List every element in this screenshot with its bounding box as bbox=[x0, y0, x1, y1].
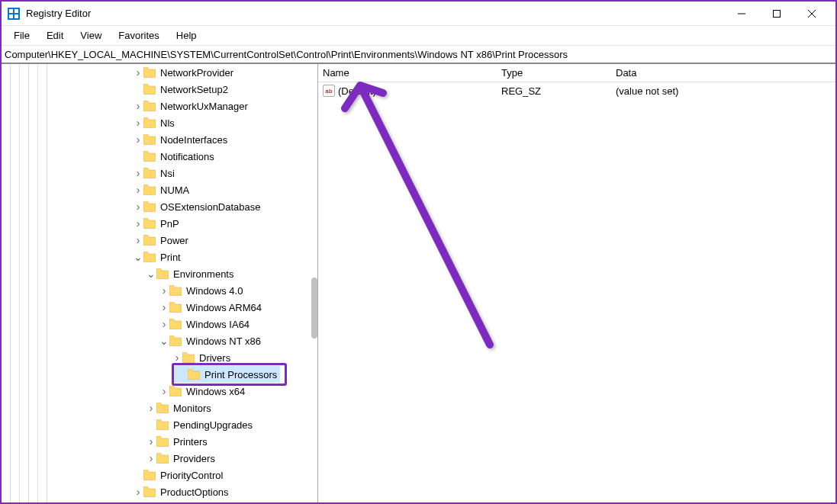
column-type[interactable]: Type bbox=[501, 67, 616, 79]
tree-label: Windows x64 bbox=[186, 386, 245, 397]
chevron-right-icon[interactable]: › bbox=[159, 318, 169, 330]
menu-file[interactable]: File bbox=[6, 28, 37, 43]
folder-icon bbox=[143, 117, 156, 128]
close-button[interactable] bbox=[794, 2, 829, 25]
folder-icon bbox=[169, 335, 182, 346]
tree-node-print[interactable]: ⌄Print bbox=[133, 249, 181, 265]
tree-node-print-processors[interactable]: Print Processors bbox=[174, 366, 280, 383]
tree-node-productoptions[interactable]: ›ProductOptions bbox=[133, 483, 229, 500]
chevron-right-icon[interactable]: › bbox=[159, 385, 169, 397]
chevron-right-icon[interactable]: › bbox=[133, 117, 143, 129]
menu-edit[interactable]: Edit bbox=[39, 28, 71, 43]
tree-node-numa[interactable]: ›NUMA bbox=[133, 181, 189, 198]
column-name[interactable]: Name bbox=[318, 67, 501, 79]
tree-label: Windows NT x86 bbox=[186, 335, 261, 347]
folder-icon bbox=[156, 419, 169, 430]
tree-node-windows-ia64[interactable]: ›Windows IA64 bbox=[159, 316, 249, 332]
tree-node-nls[interactable]: ›Nls bbox=[133, 114, 175, 131]
regedit-icon bbox=[8, 8, 20, 20]
chevron-right-icon[interactable]: › bbox=[159, 301, 169, 313]
tree-label: Windows 4.0 bbox=[186, 285, 243, 297]
chevron-right-icon[interactable]: › bbox=[133, 217, 143, 230]
svg-rect-1 bbox=[9, 9, 13, 13]
tree-node-monitors[interactable]: ›Monitors bbox=[146, 400, 211, 416]
tree-label: NetworkSetup2 bbox=[160, 84, 228, 95]
tree-node-windows-x64[interactable]: ›Windows x64 bbox=[159, 383, 245, 400]
tree-node-pendingupgrades[interactable]: PendingUpgrades bbox=[146, 416, 253, 433]
tree-label: Environments bbox=[173, 268, 233, 280]
folder-icon bbox=[169, 285, 182, 296]
tree-node-pnp[interactable]: ›PnP bbox=[133, 215, 179, 232]
menu-favorites[interactable]: Favorites bbox=[111, 28, 166, 43]
address-bar[interactable]: Computer\HKEY_LOCAL_MACHINE\SYSTEM\Curre… bbox=[2, 46, 835, 64]
tree-label: Power bbox=[160, 235, 188, 246]
tree-node-windows-nt-x86[interactable]: ⌄Windows NT x86 bbox=[159, 332, 261, 349]
value-row[interactable]: ab (Default) REG_SZ (value not set) bbox=[318, 82, 835, 99]
tree-node-power[interactable]: ›Power bbox=[133, 232, 188, 249]
details-pane: Name Type Data ab (Default) REG_SZ (valu… bbox=[318, 64, 835, 502]
value-type: REG_SZ bbox=[501, 85, 616, 97]
tree-node-nsi[interactable]: ›Nsi bbox=[133, 165, 175, 181]
minimize-button[interactable] bbox=[724, 2, 759, 25]
tree-node-osextensiondatabase[interactable]: ›OSExtensionDatabase bbox=[133, 198, 261, 215]
chevron-right-icon[interactable]: › bbox=[146, 402, 156, 414]
tree-label: OSExtensionDatabase bbox=[160, 201, 261, 213]
column-data[interactable]: Data bbox=[616, 67, 835, 79]
chevron-down-icon[interactable]: ⌄ bbox=[146, 268, 156, 280]
folder-icon bbox=[143, 252, 156, 262]
folder-icon bbox=[143, 151, 156, 162]
chevron-right-icon[interactable]: › bbox=[133, 201, 143, 213]
chevron-right-icon[interactable]: › bbox=[146, 435, 156, 448]
tree-node-prioritycontrol[interactable]: PriorityControl bbox=[133, 467, 223, 483]
chevron-right-icon[interactable]: › bbox=[133, 184, 143, 196]
folder-icon bbox=[143, 84, 156, 95]
tree-label: Print bbox=[160, 252, 181, 263]
chevron-right-icon[interactable]: › bbox=[133, 133, 143, 146]
chevron-right-icon[interactable]: › bbox=[133, 167, 143, 179]
tree-node-providers[interactable]: ›Providers bbox=[146, 450, 215, 467]
tree-label: NetworkUxManager bbox=[160, 101, 248, 112]
tree-label: Drivers bbox=[199, 352, 230, 364]
tree-view[interactable]: ›NetworkProviderNetworkSetup2›NetworkUxM… bbox=[2, 64, 318, 502]
chevron-right-icon[interactable]: › bbox=[159, 284, 169, 297]
menu-help[interactable]: Help bbox=[169, 28, 204, 43]
menu-view[interactable]: View bbox=[72, 28, 109, 43]
folder-icon bbox=[188, 369, 200, 380]
chevron-right-icon[interactable]: › bbox=[133, 66, 143, 79]
tree-label: Nls bbox=[160, 117, 175, 129]
chevron-right-icon[interactable]: › bbox=[146, 452, 156, 464]
folder-icon bbox=[182, 352, 195, 363]
chevron-right-icon[interactable]: › bbox=[133, 486, 143, 498]
chevron-down-icon[interactable]: ⌄ bbox=[159, 335, 169, 347]
address-path: Computer\HKEY_LOCAL_MACHINE\SYSTEM\Curre… bbox=[5, 49, 568, 60]
tree-node-networksetup2[interactable]: NetworkSetup2 bbox=[133, 81, 228, 98]
folder-icon bbox=[143, 101, 156, 111]
tree-node-networkprovider[interactable]: ›NetworkProvider bbox=[133, 64, 233, 81]
tree-label: Notifications bbox=[160, 151, 214, 162]
tree-label: NodeInterfaces bbox=[160, 134, 227, 146]
tree-label: Nsi bbox=[160, 168, 175, 179]
chevron-right-icon[interactable]: › bbox=[133, 234, 143, 246]
tree-node-printers[interactable]: ›Printers bbox=[146, 433, 208, 450]
chevron-right-icon[interactable]: › bbox=[133, 100, 143, 112]
maximize-button[interactable] bbox=[759, 2, 794, 25]
folder-icon bbox=[156, 403, 169, 413]
folder-icon bbox=[143, 218, 156, 229]
folder-icon bbox=[169, 386, 182, 396]
folder-icon bbox=[169, 302, 182, 313]
tree-node-networkuxmanager[interactable]: ›NetworkUxManager bbox=[133, 98, 248, 114]
tree-node-nodeinterfaces[interactable]: ›NodeInterfaces bbox=[133, 131, 227, 148]
tree-label: PriorityControl bbox=[160, 470, 223, 481]
chevron-down-icon[interactable]: ⌄ bbox=[133, 251, 143, 263]
tree-label: NUMA bbox=[160, 185, 189, 196]
string-value-icon: ab bbox=[323, 85, 335, 97]
folder-icon bbox=[143, 134, 156, 145]
chevron-right-icon[interactable]: › bbox=[172, 352, 182, 364]
folder-icon bbox=[143, 235, 156, 246]
tree-label: NetworkProvider bbox=[160, 67, 233, 79]
folder-icon bbox=[143, 185, 156, 195]
tree-node-environments[interactable]: ⌄Environments bbox=[146, 265, 233, 282]
tree-node-notifications[interactable]: Notifications bbox=[133, 148, 214, 165]
tree-node-windows-arm64[interactable]: ›Windows ARM64 bbox=[159, 299, 262, 316]
tree-node-windows-4-0[interactable]: ›Windows 4.0 bbox=[159, 282, 243, 299]
